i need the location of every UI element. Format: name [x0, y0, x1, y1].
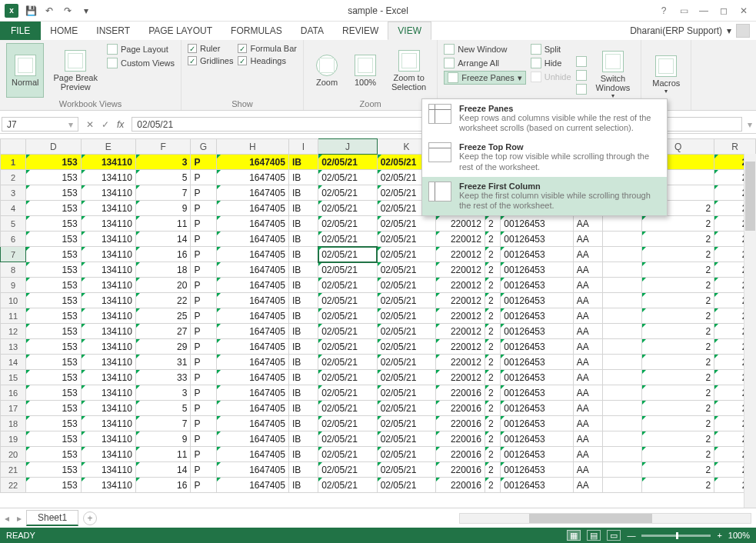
- cell[interactable]: 02/05/21: [318, 416, 378, 431]
- cell[interactable]: 1647405: [216, 201, 288, 216]
- cell[interactable]: 134110: [81, 185, 135, 201]
- cell[interactable]: 2: [641, 355, 714, 370]
- new-sheet-button[interactable]: +: [83, 511, 97, 525]
- cell[interactable]: P: [191, 185, 216, 201]
- row-header[interactable]: 15: [1, 370, 26, 385]
- cell[interactable]: AA: [573, 232, 602, 247]
- user-area[interactable]: Dharani(ERP Support) ▾: [630, 24, 756, 38]
- cell[interactable]: 2: [485, 324, 500, 339]
- minimize-icon[interactable]: —: [694, 3, 713, 18]
- cell[interactable]: 153: [26, 385, 81, 401]
- cell[interactable]: [602, 447, 641, 462]
- cell[interactable]: 134110: [81, 308, 135, 324]
- row-header[interactable]: 10: [1, 293, 26, 308]
- page-break-view-icon[interactable]: ▭: [607, 530, 621, 541]
- zoom-slider[interactable]: [641, 535, 711, 537]
- cell[interactable]: [602, 216, 641, 232]
- cell[interactable]: 02/05/21: [377, 232, 436, 247]
- row-header[interactable]: 3: [1, 185, 26, 201]
- hide-button[interactable]: Hide: [531, 57, 571, 69]
- cell[interactable]: AA: [573, 401, 602, 416]
- cell[interactable]: 220012: [436, 262, 485, 278]
- row-header[interactable]: 2: [1, 170, 26, 185]
- cell[interactable]: 134110: [81, 170, 135, 185]
- cell[interactable]: 02/05/21: [377, 308, 436, 324]
- help-icon[interactable]: ?: [654, 3, 673, 18]
- cell[interactable]: 00126453: [501, 293, 573, 308]
- cell[interactable]: 00126453: [501, 308, 573, 324]
- cancel-icon[interactable]: ✕: [86, 119, 94, 130]
- cell[interactable]: 153: [26, 447, 81, 462]
- cell[interactable]: 02/05/21: [377, 355, 436, 370]
- tab-view[interactable]: VIEW: [388, 22, 431, 40]
- reset-window-button[interactable]: [576, 83, 587, 95]
- cell[interactable]: 153: [26, 155, 81, 170]
- cell[interactable]: IB: [288, 478, 318, 493]
- cell[interactable]: 02/05/21: [377, 447, 436, 462]
- cell[interactable]: 220012: [436, 339, 485, 355]
- cell[interactable]: 153: [26, 462, 81, 478]
- vertical-scrollbar[interactable]: [744, 154, 756, 508]
- row-header[interactable]: 17: [1, 401, 26, 416]
- cell[interactable]: 134110: [81, 155, 135, 170]
- cell[interactable]: P: [191, 462, 216, 478]
- cell[interactable]: 153: [26, 216, 81, 232]
- cell[interactable]: 02/05/21: [318, 339, 378, 355]
- cell[interactable]: IB: [288, 232, 318, 247]
- cell[interactable]: 134110: [81, 247, 135, 262]
- cell[interactable]: 134110: [81, 339, 135, 355]
- cell[interactable]: 02/05/21: [318, 431, 378, 447]
- cell[interactable]: 9: [135, 201, 190, 216]
- cell[interactable]: 25: [135, 308, 190, 324]
- undo-icon[interactable]: ↶: [43, 5, 55, 17]
- cell[interactable]: 02/05/21: [377, 216, 436, 232]
- cell[interactable]: IB: [288, 431, 318, 447]
- cell[interactable]: IB: [288, 416, 318, 431]
- freeze-panes-item[interactable]: Freeze PanesKeep rows and columns visibl…: [422, 99, 667, 138]
- cell[interactable]: 134110: [81, 232, 135, 247]
- cell[interactable]: P: [191, 355, 216, 370]
- page-layout-view-icon[interactable]: ▤: [587, 530, 601, 541]
- cell[interactable]: 153: [26, 478, 81, 493]
- cell[interactable]: 153: [26, 401, 81, 416]
- cell[interactable]: P: [191, 232, 216, 247]
- zoom-button[interactable]: Zoom: [310, 43, 344, 98]
- row-header[interactable]: 6: [1, 232, 26, 247]
- cell[interactable]: [602, 324, 641, 339]
- cell[interactable]: [602, 431, 641, 447]
- expand-formula-bar-icon[interactable]: ▾: [744, 115, 756, 133]
- cell[interactable]: 00126453: [501, 385, 573, 401]
- cell[interactable]: 134110: [81, 385, 135, 401]
- cell[interactable]: 18: [135, 262, 190, 278]
- column-header[interactable]: R: [714, 139, 756, 155]
- cell[interactable]: 153: [26, 170, 81, 185]
- redo-icon[interactable]: ↷: [62, 5, 74, 17]
- cell[interactable]: 2: [485, 247, 500, 262]
- cell[interactable]: 02/05/21: [318, 232, 378, 247]
- cell[interactable]: P: [191, 155, 216, 170]
- cell[interactable]: 2: [641, 447, 714, 462]
- page-break-preview-button[interactable]: Page Break Preview: [48, 43, 102, 98]
- cell[interactable]: 1647405: [216, 262, 288, 278]
- cell[interactable]: 00126453: [501, 247, 573, 262]
- cell[interactable]: 134110: [81, 416, 135, 431]
- cell[interactable]: 02/05/21: [318, 478, 378, 493]
- cell[interactable]: 02/05/21: [377, 370, 436, 385]
- switch-windows-button[interactable]: Switch Windows▾: [591, 43, 635, 107]
- cell[interactable]: AA: [573, 278, 602, 293]
- cell[interactable]: 134110: [81, 401, 135, 416]
- row-header[interactable]: 12: [1, 324, 26, 339]
- gridlines-checkbox[interactable]: ✓Gridlines: [188, 55, 233, 66]
- cell[interactable]: 2: [485, 308, 500, 324]
- cell[interactable]: IB: [288, 201, 318, 216]
- cell[interactable]: 220016: [436, 385, 485, 401]
- cell[interactable]: P: [191, 278, 216, 293]
- cell[interactable]: 2: [485, 262, 500, 278]
- cell[interactable]: 153: [26, 324, 81, 339]
- cell[interactable]: 2: [641, 262, 714, 278]
- column-header[interactable]: D: [26, 139, 81, 155]
- cell[interactable]: IB: [288, 462, 318, 478]
- cell[interactable]: P: [191, 247, 216, 262]
- cell[interactable]: [602, 339, 641, 355]
- cell[interactable]: 02/05/21: [318, 370, 378, 385]
